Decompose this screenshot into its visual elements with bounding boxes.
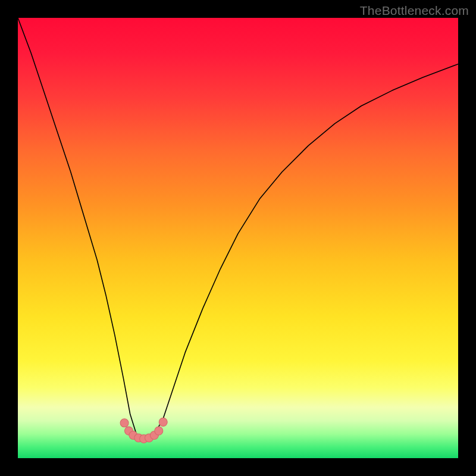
valley-marker-point: [155, 427, 163, 435]
watermark-text: TheBottleneck.com: [360, 4, 469, 18]
chart-frame: TheBottleneck.com: [0, 0, 476, 476]
valley-marker-point: [120, 419, 129, 427]
chart-canvas: [18, 18, 458, 458]
valley-marker-point: [159, 418, 167, 426]
plot-area: [18, 18, 458, 458]
bottleneck-curve: [18, 18, 458, 438]
